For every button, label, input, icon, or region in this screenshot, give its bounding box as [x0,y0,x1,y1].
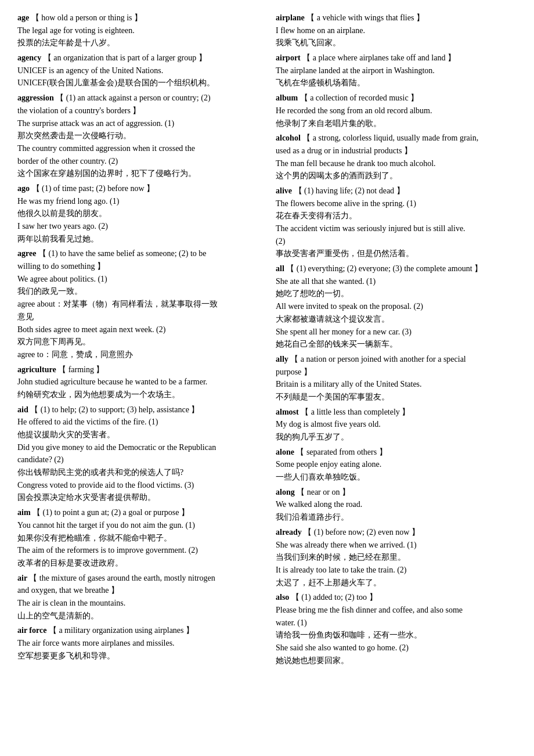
entry-line: I flew home on an airplane. [276,24,517,37]
entry-line: 如果你没有把枪瞄准，你就不能命中靶子。 [17,532,258,545]
page-container: age 【 how old a person or thing is 】The … [17,12,517,669]
entry-agency: agency 【 an organization that is part of… [17,52,258,89]
entry-line: We agree about politics. (1) [17,273,258,286]
entry-line: 国会投票决定给水灾受害者提供帮助。 [17,491,258,504]
entry-line: used as a drug or in industrial products… [276,145,517,157]
entry-line: 我乘飞机飞回家。 [276,37,517,49]
entry-alcohol: alcohol 【 a strong, colorless liquid, us… [276,132,517,182]
entry-line: ago 【 (1) of time past; (2) before now 】 [17,182,258,195]
entry-line: 他录制了来自老唱片集的歌。 [276,117,517,130]
entry-line: 双方同意下周再见。 [17,336,258,348]
entry-line: Both sides agree to meet again next week… [17,323,258,336]
entry-line: The airplane landed at the airport in Wa… [276,64,517,77]
entry-agree: agree 【 (1) to have the same belief as s… [17,247,258,361]
entry-line: almost 【 a little less than completely 】 [276,406,517,419]
entry-line: airplane 【 a vehicle with wings that fli… [276,12,517,24]
entry-line: 请给我一份鱼肉饭和咖啡，还有一些水。 [276,629,517,642]
right-column: airplane 【 a vehicle with wings that fli… [276,12,517,669]
entry-agriculture: agriculture 【 farming 】John studied agri… [17,363,258,401]
entry-line: aim 【 (1) to point a gun at; (2) a goal … [17,506,258,519]
entry-line: all 【 (1) everything; (2) everyone; (3) … [276,262,517,275]
entry-line: border of the other country. (2) [17,155,258,168]
entry-line: 我们沿着道路步行。 [276,511,517,524]
entry-age: age 【 how old a person or thing is 】The … [17,12,258,49]
entry-line: The air is clean in the mountains. [17,597,258,610]
entry-line: The air force wants more airplanes and m… [17,637,258,650]
entry-line: willing to do something 】 [17,260,258,273]
entry-line: along 【 near or on 】 [276,486,517,499]
entry-line: age 【 how old a person or thing is 】 [17,12,258,24]
entry-line: agree to：同意，赞成，同意照办 [17,348,258,361]
entry-line: agree 【 (1) to have the same belief as s… [17,247,258,260]
entry-line: 约翰研究农业，因为他想要成为一个农场主。 [17,388,258,401]
entry-line: 意见 [17,311,258,323]
entry-line: It is already too late to take the train… [276,564,517,577]
entry-line: 那次突然袭击是一次侵略行动。 [17,129,258,142]
entry-line: 他提议援助火灾的受害者。 [17,429,258,441]
entry-line: 飞机在华盛顿机场着陆。 [276,77,517,89]
entry-line: 改革者的目标是要改进政府。 [17,557,258,570]
entry-line: air force 【 a military organization usin… [17,624,258,637]
entry-line: I saw her two years ago. (2) [17,220,258,233]
entry-line: ally 【 a nation or person joined with an… [276,353,517,366]
entry-line: alone 【 separated from others 】 [276,446,517,459]
entry-already: already 【 (1) before now; (2) even now 】… [276,526,517,589]
entry-line: album 【 a collection of recorded music 】 [276,92,517,105]
entry-aggression: aggression 【 (1) an attack against a per… [17,92,258,180]
entry-line: 大家都被邀请就这个提议发言。 [276,313,517,326]
entry-line: 当我们到来的时候，她已经在那里。 [276,551,517,564]
entry-line: air 【 the mixture of gases around the ea… [17,572,258,585]
entry-line: already 【 (1) before now; (2) even now 】 [276,526,517,539]
entry-line: 花在春天变得有活力。 [276,210,517,222]
entry-line: agree about：对某事（物）有同样看法，就某事取得一致 [17,298,258,311]
entry-line: 我们的政见一致。 [17,285,258,298]
entry-line: water. (1) [276,617,517,629]
entry-alive: alive 【 (1) having life; (2) not dead 】T… [276,185,517,260]
entry-album: album 【 a collection of recorded music 】… [276,92,517,129]
entry-line: airport 【 a place where airplanes take o… [276,52,517,64]
entry-line: He was my friend long ago. (1) [17,195,258,208]
entry-line: He recorded the song from an old record … [276,105,517,117]
entry-line: 太迟了，赶不上那趟火车了。 [276,577,517,589]
entry-line: He offered to aid the victims of the fir… [17,416,258,429]
entry-line: Some people enjoy eating alone. [276,458,517,471]
entry-line: 事故受害者严重受伤，但是仍然活着。 [276,247,517,260]
entry-line: purpose 】 [276,366,517,379]
entry-air: air 【 the mixture of gases around the ea… [17,572,258,622]
entry-line: 我的狗几乎五岁了。 [276,431,517,444]
entry-ago: ago 【 (1) of time past; (2) before now 】… [17,182,258,245]
entry-almost: almost 【 a little less than completely 】… [276,406,517,444]
entry-line: Britain is a military ally of the United… [276,378,517,391]
entry-line: 他很久以前是我的朋友。 [17,207,258,220]
entry-line: The surprise attack was an act of aggres… [17,117,258,130]
entry-line: 你出钱帮助民主党的或者共和党的候选人了吗? [17,466,258,479]
entry-line: The legal age for voting is eighteen. [17,24,258,37]
entry-line: Congress voted to provide aid to the flo… [17,479,258,492]
entry-air-force: air force 【 a military organization usin… [17,624,258,662]
entry-line: aid 【 (1) to help; (2) to support; (3) h… [17,404,258,416]
entry-line: agency 【 an organization that is part of… [17,52,258,64]
entry-alone: alone 【 separated from others 】Some peop… [276,446,517,484]
entry-line: She was already there when we arrived. (… [276,539,517,552]
entry-line: She said she also wanted to go home. (2) [276,642,517,654]
entry-line: 一些人们喜欢单独吃饭。 [276,471,517,484]
entry-line: 这个男的因喝太多的酒而跌到了。 [276,170,517,182]
entry-airport: airport 【 a place where airplanes take o… [276,52,517,89]
entry-line: The accident victim was seriously injure… [276,222,517,235]
entry-line: 这个国家在穿越别国的边界时，犯下了侵略行为。 [17,167,258,180]
entry-line: The flowers become alive in the spring. … [276,197,517,210]
entry-line: 投票的法定年龄是十八岁。 [17,37,258,49]
entry-line: The man fell because he drank too much a… [276,157,517,170]
entry-line: 她说她也想要回家。 [276,654,517,667]
entry-line: agriculture 【 farming 】 [17,363,258,376]
entry-also: also 【 (1) added to; (2) too 】Please bri… [276,591,517,667]
entry-line: and oxygen, that we breathe 】 [17,584,258,597]
entry-line: 不列颠是一个美国的军事盟友。 [276,391,517,404]
entry-line: 她花自己全部的钱来买一辆新车。 [276,338,517,351]
entry-line: All were invited to speak on the proposa… [276,300,517,313]
entry-line: The aim of the reformers is to improve g… [17,544,258,557]
entry-line: You cannot hit the target if you do not … [17,519,258,532]
entry-line: We walked along the road. [276,498,517,511]
entry-line: She spent all her money for a new car. (… [276,326,517,339]
entry-line: alive 【 (1) having life; (2) not dead 】 [276,185,517,197]
